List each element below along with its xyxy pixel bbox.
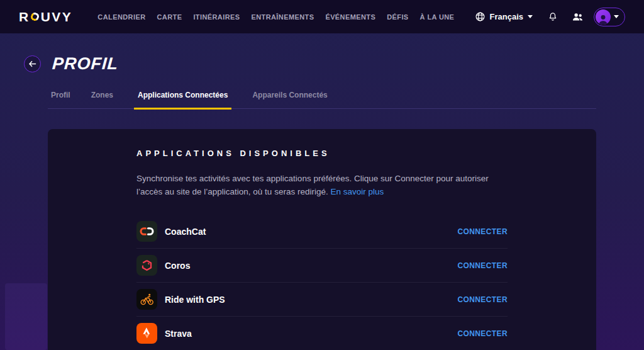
chevron-down-icon: [528, 15, 533, 18]
page-header: PROFIL: [24, 54, 644, 74]
tab-profil[interactable]: Profil: [51, 91, 70, 108]
coachcat-icon: [136, 221, 157, 242]
app-row-coros: Coros CONNECTER: [136, 249, 508, 283]
chevron-down-icon: [614, 15, 619, 18]
nav-item-a-la-une[interactable]: À LA UNE: [420, 13, 455, 21]
connect-button-ride-with-gps[interactable]: CONNECTER: [457, 295, 508, 304]
page-title: PROFIL: [52, 54, 119, 74]
nav-item-itineraires[interactable]: ITINÉRAIRES: [193, 13, 240, 21]
strava-icon: [136, 323, 157, 344]
friends-button[interactable]: [572, 12, 584, 22]
tab-appareils-connectes[interactable]: Appareils Connectés: [252, 91, 327, 108]
notifications-button[interactable]: [548, 11, 558, 22]
bell-icon: [548, 11, 558, 22]
section-title: APPLICATIONS DISPONIBLES: [136, 149, 508, 158]
logo-letters-uvy: UVY: [41, 9, 73, 25]
apps-list: CoachCat CONNECTER Coros CONNECTER: [136, 215, 508, 350]
rouvy-logo[interactable]: RUVY: [19, 9, 72, 25]
background-glow: [5, 283, 47, 350]
tab-zones[interactable]: Zones: [91, 91, 113, 108]
ride-with-gps-icon: [136, 289, 157, 310]
connect-button-strava[interactable]: CONNECTER: [457, 329, 508, 338]
people-icon: [572, 12, 584, 22]
profile-tabs: Profil Zones Applications Connectées App…: [48, 91, 596, 109]
app-name: CoachCat: [165, 227, 457, 237]
main-menu: CALENDRIER CARTE ITINÉRAIRES ENTRAÎNEMEN…: [97, 13, 454, 21]
app-row-coachcat: CoachCat CONNECTER: [136, 215, 508, 249]
nav-item-entrainements[interactable]: ENTRAÎNEMENTS: [251, 13, 314, 21]
logo-o-glyph: [30, 11, 40, 21]
section-description: Synchronise tes activités avec tes appli…: [136, 172, 508, 198]
connected-apps-panel: APPLICATIONS DISPONIBLES Synchronise tes…: [48, 129, 596, 350]
arrow-left-icon: [28, 60, 36, 67]
learn-more-link[interactable]: En savoir plus: [330, 187, 384, 196]
nav-item-calendrier[interactable]: CALENDRIER: [97, 13, 145, 21]
top-navigation-bar: RUVY CALENDRIER CARTE ITINÉRAIRES ENTRAÎ…: [0, 0, 644, 33]
app-name: Coros: [165, 261, 457, 271]
connect-button-coachcat[interactable]: CONNECTER: [457, 227, 508, 236]
description-text: Synchronise tes activités avec tes appli…: [136, 174, 489, 196]
connect-button-coros[interactable]: CONNECTER: [457, 261, 508, 270]
nav-item-defis[interactable]: DÉFIS: [387, 13, 408, 21]
language-label: Français: [490, 12, 523, 21]
tab-applications-connectees[interactable]: Applications Connectées: [134, 91, 231, 110]
app-name: Strava: [165, 329, 457, 339]
language-selector[interactable]: Français: [475, 11, 533, 22]
account-menu[interactable]: [594, 8, 625, 26]
back-button[interactable]: [24, 55, 41, 72]
avatar: [596, 9, 611, 25]
nav-item-evenements[interactable]: ÉVÉNEMENTS: [325, 13, 375, 21]
logo-letter-r: R: [19, 9, 30, 25]
app-name: Ride with GPS: [165, 295, 457, 305]
globe-icon: [475, 11, 486, 22]
coros-icon: [136, 255, 157, 276]
app-row-strava: Strava CONNECTER: [136, 317, 508, 350]
app-row-ride-with-gps: Ride with GPS CONNECTER: [136, 283, 508, 317]
nav-item-carte[interactable]: CARTE: [157, 13, 182, 21]
